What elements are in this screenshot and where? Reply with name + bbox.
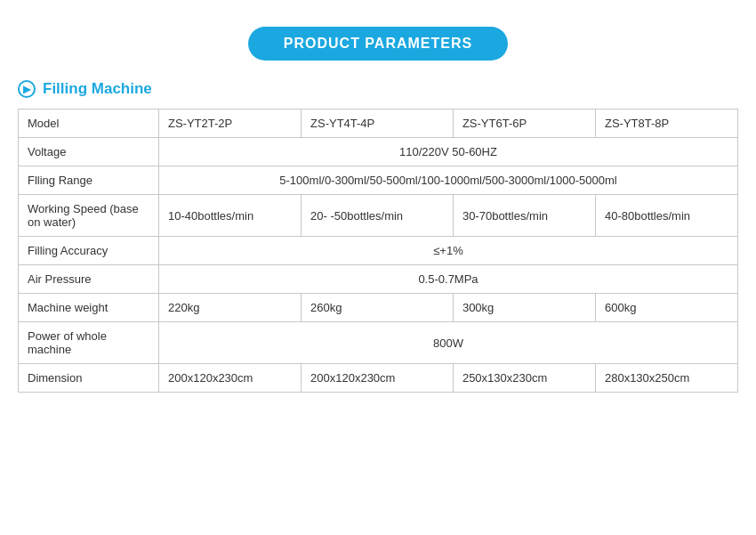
row-value-span: 5-100ml/0-300ml/50-500ml/100-1000ml/500-…: [159, 166, 738, 195]
row-label: Machine weight: [19, 294, 159, 322]
row-label: Power of whole machine: [19, 322, 159, 364]
table-row: Power of whole machine800W: [19, 322, 738, 364]
row-value-span: 110/220V 50-60HZ: [159, 138, 738, 166]
row-value-cell: 220kg: [159, 294, 302, 322]
header: PRODUCT PARAMETERS: [18, 27, 738, 61]
table-row: Voltage110/220V 50-60HZ: [19, 138, 738, 166]
row-value-cell: 280x130x250cm: [595, 364, 737, 393]
row-label: Dimension: [19, 364, 159, 393]
row-value-cell: 40-80bottles/min: [595, 195, 737, 237]
row-label: Voltage: [19, 138, 159, 166]
table-row: Machine weight220kg260kg300kg600kg: [19, 294, 738, 322]
product-parameters-badge: PRODUCT PARAMETERS: [248, 27, 508, 61]
row-label: Working Speed (base on water): [19, 195, 159, 237]
table-row: Dimension200x120x230cm200x120x230cm250x1…: [19, 364, 738, 393]
row-value-cell: ZS-YT4T-4P: [302, 109, 454, 138]
row-value-cell: 600kg: [595, 294, 737, 322]
row-value-cell: 300kg: [453, 294, 595, 322]
section-icon: ▶: [18, 80, 36, 98]
row-value-cell: 200x120x230cm: [302, 364, 454, 393]
table-row: Filling Accuracy≤+1%: [19, 237, 738, 265]
row-value-span: 0.5-0.7MPa: [159, 265, 738, 294]
row-value-cell: 260kg: [302, 294, 454, 322]
row-label: Air Pressure: [19, 265, 159, 294]
row-value-cell: ZS-YT8T-8P: [595, 109, 737, 138]
row-value-span: 800W: [159, 322, 738, 364]
row-label: Filling Accuracy: [19, 237, 159, 265]
row-label: Flling Range: [19, 166, 159, 195]
parameters-table: ModelZS-YT2T-2PZS-YT4T-4PZS-YT6T-6PZS-YT…: [18, 109, 738, 393]
row-value-span: ≤+1%: [159, 237, 738, 265]
table-row: Air Pressure0.5-0.7MPa: [19, 265, 738, 294]
section-heading: ▶ Filling Machine: [18, 80, 738, 98]
table-row: Working Speed (base on water)10-40bottle…: [19, 195, 738, 237]
row-value-cell: 200x120x230cm: [159, 364, 302, 393]
row-value-cell: 10-40bottles/min: [159, 195, 302, 237]
table-row: ModelZS-YT2T-2PZS-YT4T-4PZS-YT6T-6PZS-YT…: [19, 109, 738, 138]
table-row: Flling Range5-100ml/0-300ml/50-500ml/100…: [19, 166, 738, 195]
row-label: Model: [19, 109, 159, 138]
row-value-cell: ZS-YT6T-6P: [453, 109, 595, 138]
row-value-cell: ZS-YT2T-2P: [159, 109, 302, 138]
row-value-cell: 30-70bottles/min: [453, 195, 595, 237]
row-value-cell: 20- -50bottles/min: [302, 195, 454, 237]
section-title: Filling Machine: [43, 80, 152, 98]
row-value-cell: 250x130x230cm: [453, 364, 595, 393]
